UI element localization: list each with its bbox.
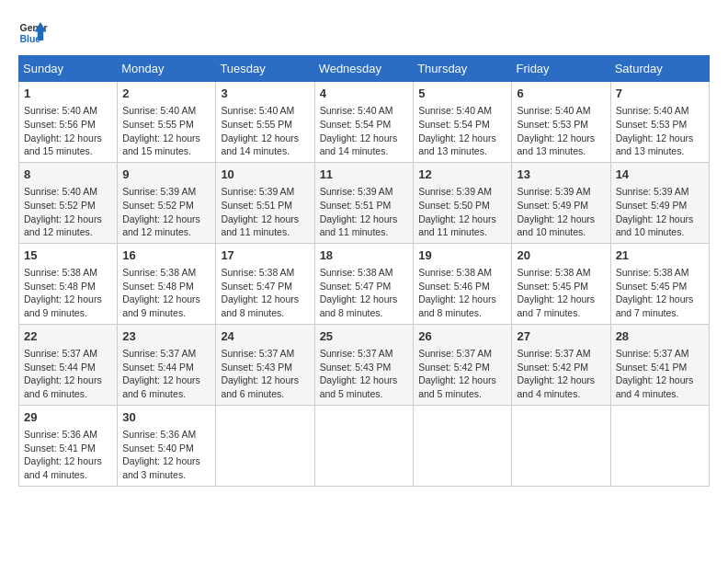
day-number: 28 <box>616 328 704 345</box>
calendar-day-cell: 25 Sunrise: 5:37 AMSunset: 5:43 PMDaylig… <box>314 324 414 405</box>
day-number: 2 <box>122 86 210 102</box>
calendar-day-cell: 26 Sunrise: 5:37 AMSunset: 5:42 PMDaylig… <box>414 324 512 405</box>
day-info: Sunrise: 5:40 AMSunset: 5:55 PMDaylight:… <box>122 104 210 158</box>
calendar-day-cell: 17 Sunrise: 5:38 AMSunset: 5:47 PMDaylig… <box>216 243 314 324</box>
calendar-day-cell: 12 Sunrise: 5:39 AMSunset: 5:50 PMDaylig… <box>414 162 512 243</box>
day-info: Sunrise: 5:37 AMSunset: 5:43 PMDaylight:… <box>320 347 409 401</box>
calendar-day-cell: 16 Sunrise: 5:38 AMSunset: 5:48 PMDaylig… <box>118 243 216 324</box>
day-number: 22 <box>24 328 112 345</box>
day-info: Sunrise: 5:40 AMSunset: 5:55 PMDaylight:… <box>221 104 309 158</box>
weekday-header-cell: Wednesday <box>314 56 414 82</box>
day-number: 19 <box>418 247 506 264</box>
day-info: Sunrise: 5:39 AMSunset: 5:51 PMDaylight:… <box>221 185 309 239</box>
day-number: 26 <box>418 328 506 345</box>
day-info: Sunrise: 5:36 AMSunset: 5:41 PMDaylight:… <box>24 428 112 482</box>
day-info: Sunrise: 5:39 AMSunset: 5:52 PMDaylight:… <box>122 185 210 239</box>
calendar-week-row: 22 Sunrise: 5:37 AMSunset: 5:44 PMDaylig… <box>19 324 710 405</box>
calendar-day-cell <box>610 405 709 486</box>
day-number: 6 <box>517 86 605 102</box>
day-number: 8 <box>24 167 112 183</box>
day-number: 25 <box>320 328 409 345</box>
weekday-header-row: SundayMondayTuesdayWednesdayThursdayFrid… <box>19 56 710 82</box>
calendar-day-cell: 20 Sunrise: 5:38 AMSunset: 5:45 PMDaylig… <box>512 243 610 324</box>
weekday-header-cell: Saturday <box>610 56 709 82</box>
day-number: 29 <box>24 409 112 426</box>
day-info: Sunrise: 5:38 AMSunset: 5:45 PMDaylight:… <box>517 266 605 320</box>
day-number: 9 <box>122 167 210 183</box>
calendar-day-cell: 19 Sunrise: 5:38 AMSunset: 5:46 PMDaylig… <box>414 243 512 324</box>
day-number: 20 <box>517 247 605 264</box>
calendar-day-cell: 15 Sunrise: 5:38 AMSunset: 5:48 PMDaylig… <box>19 243 118 324</box>
calendar-day-cell <box>414 405 512 486</box>
day-info: Sunrise: 5:38 AMSunset: 5:45 PMDaylight:… <box>616 266 704 320</box>
weekday-header-cell: Sunday <box>19 56 118 82</box>
calendar-day-cell <box>512 405 610 486</box>
day-number: 7 <box>616 86 704 102</box>
day-number: 13 <box>517 167 605 183</box>
day-info: Sunrise: 5:37 AMSunset: 5:42 PMDaylight:… <box>418 347 506 401</box>
calendar-day-cell: 29 Sunrise: 5:36 AMSunset: 5:41 PMDaylig… <box>19 405 118 486</box>
day-info: Sunrise: 5:37 AMSunset: 5:44 PMDaylight:… <box>122 347 210 401</box>
calendar-day-cell: 8 Sunrise: 5:40 AMSunset: 5:52 PMDayligh… <box>19 162 118 243</box>
calendar-body: 1 Sunrise: 5:40 AMSunset: 5:56 PMDayligh… <box>19 82 710 487</box>
calendar-day-cell: 4 Sunrise: 5:40 AMSunset: 5:54 PMDayligh… <box>314 82 414 163</box>
day-number: 23 <box>122 328 210 345</box>
day-number: 10 <box>221 167 309 183</box>
calendar-week-row: 15 Sunrise: 5:38 AMSunset: 5:48 PMDaylig… <box>19 243 710 324</box>
day-info: Sunrise: 5:40 AMSunset: 5:54 PMDaylight:… <box>418 104 506 158</box>
day-info: Sunrise: 5:37 AMSunset: 5:43 PMDaylight:… <box>221 347 309 401</box>
calendar-day-cell: 18 Sunrise: 5:38 AMSunset: 5:47 PMDaylig… <box>314 243 414 324</box>
calendar-day-cell <box>314 405 414 486</box>
day-info: Sunrise: 5:38 AMSunset: 5:46 PMDaylight:… <box>418 266 506 320</box>
logo-icon: General Blue <box>18 18 48 48</box>
day-number: 1 <box>24 86 112 102</box>
day-number: 24 <box>221 328 309 345</box>
day-info: Sunrise: 5:40 AMSunset: 5:54 PMDaylight:… <box>320 104 409 158</box>
day-info: Sunrise: 5:38 AMSunset: 5:48 PMDaylight:… <box>122 266 210 320</box>
day-number: 14 <box>616 167 704 183</box>
day-info: Sunrise: 5:40 AMSunset: 5:53 PMDaylight:… <box>616 104 704 158</box>
day-number: 27 <box>517 328 605 345</box>
day-info: Sunrise: 5:40 AMSunset: 5:53 PMDaylight:… <box>517 104 605 158</box>
weekday-header-cell: Monday <box>118 56 216 82</box>
calendar-day-cell <box>216 405 314 486</box>
calendar-day-cell: 28 Sunrise: 5:37 AMSunset: 5:41 PMDaylig… <box>610 324 709 405</box>
calendar-day-cell: 6 Sunrise: 5:40 AMSunset: 5:53 PMDayligh… <box>512 82 610 163</box>
calendar-day-cell: 23 Sunrise: 5:37 AMSunset: 5:44 PMDaylig… <box>118 324 216 405</box>
day-info: Sunrise: 5:38 AMSunset: 5:47 PMDaylight:… <box>221 266 309 320</box>
calendar-day-cell: 14 Sunrise: 5:39 AMSunset: 5:49 PMDaylig… <box>610 162 709 243</box>
calendar-day-cell: 2 Sunrise: 5:40 AMSunset: 5:55 PMDayligh… <box>118 82 216 163</box>
day-info: Sunrise: 5:39 AMSunset: 5:49 PMDaylight:… <box>517 185 605 239</box>
day-info: Sunrise: 5:37 AMSunset: 5:42 PMDaylight:… <box>517 347 605 401</box>
weekday-header-cell: Tuesday <box>216 56 314 82</box>
calendar-day-cell: 30 Sunrise: 5:36 AMSunset: 5:40 PMDaylig… <box>118 405 216 486</box>
day-number: 16 <box>122 247 210 264</box>
day-number: 4 <box>320 86 409 102</box>
day-info: Sunrise: 5:38 AMSunset: 5:47 PMDaylight:… <box>320 266 409 320</box>
calendar-day-cell: 21 Sunrise: 5:38 AMSunset: 5:45 PMDaylig… <box>610 243 709 324</box>
day-number: 18 <box>320 247 409 264</box>
day-info: Sunrise: 5:40 AMSunset: 5:56 PMDaylight:… <box>24 104 112 158</box>
calendar-day-cell: 24 Sunrise: 5:37 AMSunset: 5:43 PMDaylig… <box>216 324 314 405</box>
calendar-day-cell: 9 Sunrise: 5:39 AMSunset: 5:52 PMDayligh… <box>118 162 216 243</box>
day-info: Sunrise: 5:39 AMSunset: 5:50 PMDaylight:… <box>418 185 506 239</box>
day-info: Sunrise: 5:39 AMSunset: 5:51 PMDaylight:… <box>320 185 409 239</box>
weekday-header-cell: Thursday <box>414 56 512 82</box>
day-number: 17 <box>221 247 309 264</box>
calendar-day-cell: 7 Sunrise: 5:40 AMSunset: 5:53 PMDayligh… <box>610 82 709 163</box>
weekday-header-cell: Friday <box>512 56 610 82</box>
day-number: 21 <box>616 247 704 264</box>
day-info: Sunrise: 5:37 AMSunset: 5:41 PMDaylight:… <box>616 347 704 401</box>
calendar-day-cell: 5 Sunrise: 5:40 AMSunset: 5:54 PMDayligh… <box>414 82 512 163</box>
calendar-day-cell: 13 Sunrise: 5:39 AMSunset: 5:49 PMDaylig… <box>512 162 610 243</box>
calendar-day-cell: 1 Sunrise: 5:40 AMSunset: 5:56 PMDayligh… <box>19 82 118 163</box>
calendar-table: SundayMondayTuesdayWednesdayThursdayFrid… <box>18 55 710 487</box>
day-info: Sunrise: 5:40 AMSunset: 5:52 PMDaylight:… <box>24 185 112 239</box>
day-info: Sunrise: 5:36 AMSunset: 5:40 PMDaylight:… <box>122 428 210 482</box>
calendar-week-row: 8 Sunrise: 5:40 AMSunset: 5:52 PMDayligh… <box>19 162 710 243</box>
day-number: 11 <box>320 167 409 183</box>
header: General Blue <box>18 18 710 48</box>
calendar-day-cell: 3 Sunrise: 5:40 AMSunset: 5:55 PMDayligh… <box>216 82 314 163</box>
calendar-day-cell: 11 Sunrise: 5:39 AMSunset: 5:51 PMDaylig… <box>314 162 414 243</box>
day-info: Sunrise: 5:37 AMSunset: 5:44 PMDaylight:… <box>24 347 112 401</box>
